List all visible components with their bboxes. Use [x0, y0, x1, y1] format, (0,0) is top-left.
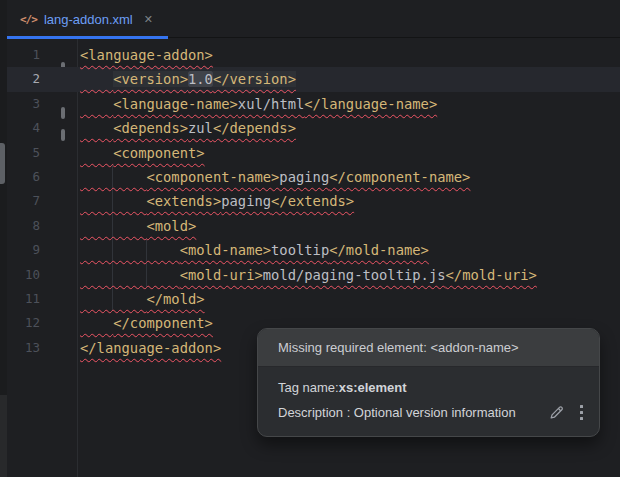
xml-tag: </mold>	[146, 291, 204, 307]
xml-text	[80, 242, 180, 258]
xml-tag: <language-name>	[113, 96, 238, 112]
xml-tag: <version>	[113, 71, 188, 87]
code-line-text[interactable]: <mold-uri>mold/paging-tooltip.js</mold-u…	[77, 263, 537, 287]
tab-lang-addon-xml[interactable]: </> lang-addon.xml ✕	[7, 0, 168, 38]
xml-tag: </mold-uri>	[446, 267, 537, 283]
description-text: Description : Optional version informati…	[278, 405, 516, 420]
xml-tag: </component>	[113, 315, 213, 331]
code-line-4[interactable]: 4 <depends>zul</depends>	[7, 116, 620, 140]
tool-window-strip-bottom	[0, 395, 7, 477]
code-line-text[interactable]: </component>	[77, 311, 213, 335]
code-line-9[interactable]: 9 <mold-name>tooltip</mold-name>	[7, 238, 620, 262]
xml-text: mold/paging-tooltip.js	[263, 267, 446, 283]
line-number: 7	[7, 189, 77, 213]
xml-text	[80, 267, 180, 283]
xml-file-icon: </>	[20, 13, 37, 26]
code-line-8[interactable]: 8 <mold>	[7, 214, 620, 238]
tag-name-value: xs:element	[339, 380, 407, 395]
xml-tag: <mold-uri>	[180, 267, 263, 283]
xml-text	[80, 145, 113, 161]
line-number: 10	[7, 263, 77, 287]
code-line-11[interactable]: 11 </mold>	[7, 287, 620, 311]
line-number: 1	[7, 43, 77, 67]
code-line-text[interactable]: <version>1.0</version>	[77, 67, 296, 91]
xml-text: tooltip	[271, 242, 329, 258]
xml-text: xul/html	[238, 96, 304, 112]
code-line-5[interactable]: 5 <component>	[7, 141, 620, 165]
more-options-kebab-icon[interactable]	[578, 404, 585, 422]
xml-tag: <component-name>	[146, 169, 279, 185]
xml-text	[80, 218, 146, 234]
tooltip-description-row: Description : Optional version informati…	[278, 400, 585, 425]
tooltip-tag-name-row: Tag name: xs:element	[278, 375, 585, 400]
tool-window-strip	[0, 0, 7, 477]
tag-name-label: Tag name:	[278, 380, 339, 395]
line-number: 11	[7, 287, 77, 311]
xml-text: paging	[221, 193, 271, 209]
line-number: 12	[7, 311, 77, 335]
line-number: 8	[7, 214, 77, 238]
code-line-1[interactable]: 1<language-addon>	[7, 43, 620, 67]
xml-text	[80, 193, 146, 209]
line-number: 4	[7, 116, 77, 140]
xml-text: 1.0	[188, 71, 213, 87]
xml-tag: </extends>	[271, 193, 354, 209]
edit-pencil-icon[interactable]	[548, 404, 565, 421]
tab-filename: lang-addon.xml	[44, 12, 133, 27]
xml-text	[80, 291, 146, 307]
code-line-text[interactable]: </language-addon>	[77, 336, 221, 360]
code-line-text[interactable]: <extends>paging</extends>	[77, 189, 354, 213]
xml-tag: </mold-name>	[329, 242, 429, 258]
code-area[interactable]: 1<language-addon>2 <version>1.0</version…	[7, 43, 620, 360]
xml-text	[80, 169, 146, 185]
editor-tab-bar: </> lang-addon.xml ✕	[7, 0, 620, 38]
code-line-3[interactable]: 3 <language-name>xul/html</language-name…	[7, 92, 620, 116]
ide-window: </> lang-addon.xml ✕ 1<language-addon>2 …	[0, 0, 620, 477]
xml-tag: <language-addon>	[80, 47, 213, 63]
code-line-text[interactable]: <language-addon>	[77, 43, 213, 67]
line-number: 3	[7, 92, 77, 116]
line-number: 9	[7, 238, 77, 262]
code-line-text[interactable]: <component>	[77, 141, 205, 165]
xml-tag: <mold>	[146, 218, 196, 234]
xml-tag: </depends>	[213, 120, 296, 136]
code-line-7[interactable]: 7 <extends>paging</extends>	[7, 189, 620, 213]
xml-text	[80, 71, 113, 87]
tool-window-drag-handle[interactable]	[0, 143, 5, 184]
code-line-text[interactable]: </mold>	[77, 287, 205, 311]
line-number: 6	[7, 165, 77, 189]
code-line-2[interactable]: 2 <version>1.0</version>	[7, 67, 620, 91]
xml-text: zul	[188, 120, 213, 136]
line-number: 2	[7, 67, 77, 91]
error-tooltip: Missing required element: <addon-name> T…	[257, 328, 600, 437]
tooltip-error-message: Missing required element: <addon-name>	[258, 329, 599, 367]
xml-tag: </language-name>	[304, 96, 437, 112]
xml-tag: <component>	[113, 145, 204, 161]
xml-tag: <extends>	[146, 193, 221, 209]
code-line-text[interactable]: <mold-name>tooltip</mold-name>	[77, 238, 429, 262]
tooltip-body: Tag name: xs:element Description : Optio…	[258, 367, 599, 425]
code-line-text[interactable]: <depends>zul</depends>	[77, 116, 296, 140]
code-line-text[interactable]: <component-name>paging</component-name>	[77, 165, 470, 189]
xml-tag: </version>	[213, 71, 296, 87]
code-line-10[interactable]: 10 <mold-uri>mold/paging-tooltip.js</mol…	[7, 263, 620, 287]
line-number: 13	[7, 336, 77, 360]
xml-text	[80, 96, 113, 112]
xml-tag: </component-name>	[329, 169, 470, 185]
xml-tag: </language-addon>	[80, 340, 221, 356]
line-number: 5	[7, 141, 77, 165]
code-line-6[interactable]: 6 <component-name>paging</component-name…	[7, 165, 620, 189]
xml-text	[80, 120, 113, 136]
xml-text: paging	[279, 169, 329, 185]
xml-tag: <depends>	[113, 120, 188, 136]
code-line-text[interactable]: <mold>	[77, 214, 196, 238]
tab-close-icon[interactable]: ✕	[144, 13, 153, 26]
code-line-text[interactable]: <language-name>xul/html</language-name>	[77, 92, 437, 116]
xml-tag: <mold-name>	[180, 242, 271, 258]
xml-text	[80, 315, 113, 331]
